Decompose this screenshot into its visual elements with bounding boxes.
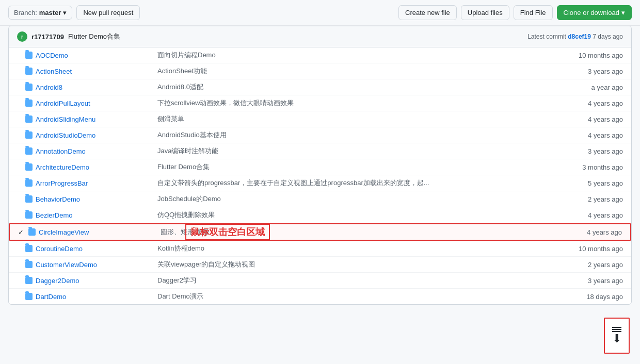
file-link[interactable]: CustomerViewDemo <box>36 261 97 269</box>
file-time: 2 years ago <box>551 195 623 203</box>
folder-shape <box>25 68 33 75</box>
folder-icon <box>25 293 36 300</box>
table-row[interactable]: BezierDemo 仿QQ拖拽删除效果 4 years ago <box>9 207 631 223</box>
file-name: AndroidSlidingMenu <box>36 115 149 123</box>
table-row[interactable]: ActionSheet ActionSheet功能 3 years ago <box>9 63 631 79</box>
folder-icon <box>25 52 36 59</box>
commit-meta: Latest commit d8cef19 7 days ago <box>527 33 623 40</box>
file-time: 4 years ago <box>551 115 623 123</box>
file-link[interactable]: ArrorProgressBar <box>36 179 88 187</box>
branch-name: master <box>39 9 61 16</box>
file-desc: 圆形、矩形 图像 <box>152 227 550 237</box>
upload-files-button[interactable]: Upload files <box>461 5 509 20</box>
folder-shape <box>25 147 33 155</box>
file-link[interactable]: ActionSheet <box>36 68 72 75</box>
table-row[interactable]: AndroidPullLayout 下拉scrollview动画效果，微信大眼睛… <box>9 95 631 111</box>
toolbar: Branch: master ▾ New pull request Create… <box>0 0 640 26</box>
file-link[interactable]: BehaviorDemo <box>36 195 80 203</box>
file-name: AOCDemo <box>36 51 149 59</box>
file-link[interactable]: AndroidStudioDemo <box>36 131 95 139</box>
table-row[interactable]: AnnotationDemo Java编译时注解功能 3 years ago <box>9 143 631 159</box>
folder-shape <box>25 261 33 268</box>
folder-icon <box>25 163 36 171</box>
file-name: ArrorProgressBar <box>36 179 149 187</box>
file-link[interactable]: ArchitectureDemo <box>36 163 89 171</box>
file-time: 10 months ago <box>551 245 623 253</box>
table-row[interactable]: AOCDemo 面向切片编程Demo 10 months ago <box>9 47 631 63</box>
table-row[interactable]: DartDemo Dart Demo演示 18 days ago <box>9 289 631 304</box>
folder-shape <box>25 163 33 171</box>
file-link[interactable]: AOCDemo <box>36 52 68 59</box>
new-pull-request-button[interactable]: New pull request <box>76 5 140 20</box>
file-link[interactable]: AndroidSlidingMenu <box>36 115 95 123</box>
folder-shape <box>25 195 33 203</box>
folder-shape <box>25 179 33 187</box>
file-link[interactable]: AndroidPullLayout <box>36 100 90 107</box>
file-name: Dagger2Demo <box>36 276 149 285</box>
file-desc: JobSchedule的Demo <box>149 194 551 204</box>
table-row[interactable]: ✓ CircleImageView 圆形、矩形 图像 鼠标双击空白区域 4 ye… <box>9 223 631 241</box>
folder-icon <box>25 147 36 155</box>
toolbar-left: Branch: master ▾ New pull request <box>8 5 140 20</box>
file-desc: 侧滑菜单 <box>149 114 551 124</box>
clone-or-download-button[interactable]: Clone or download ▾ <box>557 5 632 20</box>
commit-message: Flutter Demo合集 <box>68 32 120 41</box>
file-desc: 仿QQ拖拽删除效果 <box>149 210 551 220</box>
file-desc: 下拉scrollview动画效果，微信大眼睛动画效果 <box>149 98 551 108</box>
file-desc: 面向切片编程Demo <box>149 51 551 60</box>
folder-shape <box>25 245 33 252</box>
table-row[interactable]: ArrorProgressBar 自定义带箭头的progressbar，主要在于… <box>9 175 631 191</box>
folder-icon <box>25 195 36 203</box>
file-link[interactable]: Dagger2Demo <box>36 277 79 285</box>
file-link[interactable]: CircleImageView <box>39 228 89 236</box>
file-name: ArchitectureDemo <box>36 163 149 171</box>
clone-download-label: Clone or download <box>564 9 619 16</box>
file-name: CoroutineDemo <box>36 244 149 253</box>
folder-shape <box>25 100 33 107</box>
table-row[interactable]: Android8 Android8.0适配 a year ago <box>9 79 631 95</box>
folder-shape <box>25 84 33 91</box>
table-row[interactable]: CustomerViewDemo 关联viewpager的自定义拖动视图 2 y… <box>9 257 631 273</box>
folder-shape <box>25 211 33 219</box>
folder-icon <box>25 131 36 139</box>
file-desc: Android8.0适配 <box>149 82 551 92</box>
folder-icon <box>25 115 36 123</box>
chevron-down-icon: ▾ <box>63 9 67 16</box>
file-link[interactable]: DartDemo <box>36 293 66 301</box>
file-time: 3 years ago <box>551 147 623 155</box>
file-desc: Kotlin协程demo <box>149 244 551 253</box>
commit-hash[interactable]: d8cef19 <box>568 33 591 40</box>
file-table-container: r r17171709 Flutter Demo合集 Latest commit… <box>8 26 632 305</box>
folder-icon <box>28 228 39 236</box>
file-link[interactable]: BezierDemo <box>36 211 73 219</box>
create-new-file-button[interactable]: Create new file <box>398 5 457 20</box>
commit-user[interactable]: r17171709 <box>31 33 64 41</box>
file-name: ActionSheet <box>36 67 149 75</box>
file-link[interactable]: Android8 <box>36 84 62 91</box>
table-row[interactable]: Dagger2Demo Dagger2学习 3 years ago <box>9 273 631 289</box>
file-time: 4 years ago <box>550 228 622 236</box>
file-time: 4 years ago <box>551 131 623 139</box>
file-rows: AOCDemo 面向切片编程Demo 10 months ago ActionS… <box>9 47 631 304</box>
table-row[interactable]: AndroidSlidingMenu 侧滑菜单 4 years ago <box>9 111 631 127</box>
table-row[interactable]: CoroutineDemo Kotlin协程demo 10 months ago <box>9 241 631 257</box>
file-name: BezierDemo <box>36 211 149 219</box>
folder-icon <box>25 68 36 75</box>
file-link[interactable]: AnnotationDemo <box>36 147 86 155</box>
folder-icon <box>25 277 36 284</box>
find-file-button[interactable]: Find File <box>514 5 553 20</box>
table-row[interactable]: AndroidStudioDemo AndroidStudio基本使用 4 ye… <box>9 127 631 143</box>
table-row[interactable]: ArchitectureDemo Flutter Demo合集 3 months… <box>9 159 631 175</box>
table-row[interactable]: BehaviorDemo JobSchedule的Demo 2 years ag… <box>9 191 631 207</box>
file-name: AndroidPullLayout <box>36 99 149 107</box>
file-time: 2 years ago <box>551 261 623 269</box>
folder-icon <box>25 100 36 107</box>
file-desc: 自定义带箭头的progressbar，主要在于自定义视图上通过progressb… <box>149 178 551 188</box>
folder-icon <box>25 179 36 187</box>
branch-selector[interactable]: Branch: master ▾ <box>8 6 72 20</box>
file-time: 5 years ago <box>551 179 623 187</box>
commit-header: r r17171709 Flutter Demo合集 Latest commit… <box>9 26 631 47</box>
file-link[interactable]: CoroutineDemo <box>36 245 83 253</box>
file-desc: AndroidStudio基本使用 <box>149 130 551 140</box>
folder-icon <box>25 261 36 268</box>
